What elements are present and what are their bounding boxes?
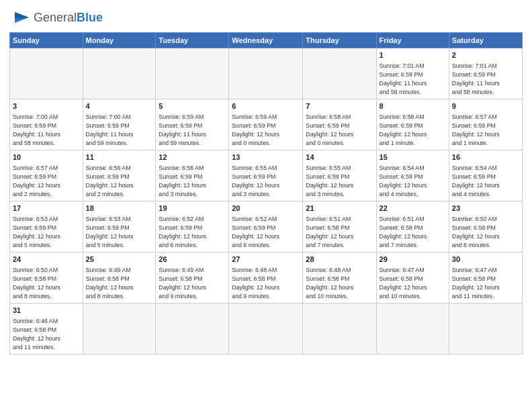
day-number: 1 — [380, 50, 446, 60]
calendar-cell: 12Sunrise: 6:56 AMSunset: 6:59 PMDayligh… — [156, 150, 229, 201]
day-number: 27 — [232, 255, 300, 265]
calendar-cell: 8Sunrise: 6:58 AMSunset: 6:59 PMDaylight… — [376, 99, 449, 150]
calendar-cell — [303, 48, 376, 99]
calendar-cell: 13Sunrise: 6:55 AMSunset: 6:59 PMDayligh… — [229, 150, 303, 201]
day-number: 13 — [232, 152, 300, 163]
calendar-week-1: 3Sunrise: 7:00 AMSunset: 6:59 PMDaylight… — [10, 99, 523, 150]
day-info: Sunrise: 6:52 AMSunset: 6:59 PMDaylight:… — [232, 215, 300, 249]
day-number: 11 — [86, 152, 153, 163]
calendar-cell — [10, 48, 83, 99]
day-number: 29 — [380, 255, 446, 265]
day-info: Sunrise: 6:51 AMSunset: 6:58 PMDaylight:… — [380, 215, 446, 249]
calendar-cell: 3Sunrise: 7:00 AMSunset: 6:59 PMDaylight… — [10, 99, 83, 150]
calendar-header-saturday: Saturday — [449, 33, 522, 48]
day-number: 9 — [452, 101, 519, 111]
calendar-cell: 17Sunrise: 6:53 AMSunset: 6:59 PMDayligh… — [10, 201, 83, 253]
day-number: 28 — [306, 255, 373, 265]
calendar-cell: 5Sunrise: 6:59 AMSunset: 6:59 PMDaylight… — [156, 99, 229, 150]
calendar-week-3: 17Sunrise: 6:53 AMSunset: 6:59 PMDayligh… — [10, 201, 523, 253]
day-info: Sunrise: 6:55 AMSunset: 6:59 PMDaylight:… — [232, 164, 300, 198]
day-info: Sunrise: 6:48 AMSunset: 6:58 PMDaylight:… — [306, 266, 373, 300]
day-info: Sunrise: 6:53 AMSunset: 6:59 PMDaylight:… — [86, 215, 153, 249]
day-info: Sunrise: 6:59 AMSunset: 6:59 PMDaylight:… — [159, 113, 226, 147]
day-info: Sunrise: 6:50 AMSunset: 6:58 PMDaylight:… — [13, 266, 80, 300]
day-number: 4 — [86, 101, 153, 111]
day-info: Sunrise: 6:47 AMSunset: 6:58 PMDaylight:… — [380, 266, 446, 300]
calendar-cell — [156, 48, 229, 99]
day-number: 25 — [86, 255, 153, 265]
day-number: 7 — [306, 101, 373, 111]
calendar-cell — [83, 48, 156, 99]
calendar-week-0: 1Sunrise: 7:01 AMSunset: 6:59 PMDaylight… — [10, 48, 523, 99]
day-info: Sunrise: 6:51 AMSunset: 6:58 PMDaylight:… — [306, 215, 373, 249]
calendar-cell: 18Sunrise: 6:53 AMSunset: 6:59 PMDayligh… — [83, 201, 156, 253]
day-number: 14 — [306, 152, 373, 163]
calendar-cell: 23Sunrise: 6:50 AMSunset: 6:58 PMDayligh… — [449, 201, 522, 253]
calendar-week-2: 10Sunrise: 6:57 AMSunset: 6:59 PMDayligh… — [10, 150, 523, 201]
day-info: Sunrise: 6:52 AMSunset: 6:59 PMDaylight:… — [159, 215, 226, 249]
logo-icon — [9, 7, 31, 28]
day-info: Sunrise: 6:57 AMSunset: 6:59 PMDaylight:… — [13, 164, 80, 198]
calendar-header-wednesday: Wednesday — [229, 33, 303, 48]
day-info: Sunrise: 6:58 AMSunset: 6:59 PMDaylight:… — [306, 113, 373, 147]
day-number: 6 — [232, 101, 300, 111]
calendar-cell: 24Sunrise: 6:50 AMSunset: 6:58 PMDayligh… — [10, 253, 83, 304]
calendar-header-friday: Friday — [376, 33, 449, 48]
calendar-cell: 29Sunrise: 6:47 AMSunset: 6:58 PMDayligh… — [376, 253, 449, 304]
calendar-header-row: SundayMondayTuesdayWednesdayThursdayFrid… — [10, 33, 523, 48]
calendar-cell — [156, 304, 229, 355]
calendar-cell — [376, 304, 449, 355]
calendar-cell: 25Sunrise: 6:49 AMSunset: 6:58 PMDayligh… — [83, 253, 156, 304]
day-info: Sunrise: 6:59 AMSunset: 6:59 PMDaylight:… — [232, 113, 300, 147]
calendar-cell: 28Sunrise: 6:48 AMSunset: 6:58 PMDayligh… — [303, 253, 376, 304]
day-info: Sunrise: 6:49 AMSunset: 6:58 PMDaylight:… — [159, 266, 226, 300]
calendar-table: SundayMondayTuesdayWednesdayThursdayFrid… — [9, 32, 523, 355]
calendar-cell: 20Sunrise: 6:52 AMSunset: 6:59 PMDayligh… — [229, 201, 303, 253]
day-info: Sunrise: 6:57 AMSunset: 6:59 PMDaylight:… — [452, 113, 519, 147]
day-number: 19 — [159, 203, 226, 214]
logo: GeneralBlue — [9, 7, 103, 28]
calendar-cell: 2Sunrise: 7:01 AMSunset: 6:59 PMDaylight… — [449, 48, 522, 99]
calendar-week-4: 24Sunrise: 6:50 AMSunset: 6:58 PMDayligh… — [10, 253, 523, 304]
calendar-cell — [449, 304, 522, 355]
day-info: Sunrise: 6:50 AMSunset: 6:58 PMDaylight:… — [452, 215, 519, 249]
day-number: 21 — [306, 203, 373, 214]
calendar-cell: 26Sunrise: 6:49 AMSunset: 6:58 PMDayligh… — [156, 253, 229, 304]
day-info: Sunrise: 6:54 AMSunset: 6:59 PMDaylight:… — [380, 164, 446, 198]
day-info: Sunrise: 6:46 AMSunset: 6:58 PMDaylight:… — [13, 317, 80, 351]
day-number: 24 — [13, 255, 80, 265]
day-number: 30 — [452, 255, 519, 265]
day-info: Sunrise: 6:58 AMSunset: 6:59 PMDaylight:… — [380, 113, 446, 147]
calendar-week-5: 31Sunrise: 6:46 AMSunset: 6:58 PMDayligh… — [10, 304, 523, 355]
calendar-cell: 11Sunrise: 6:56 AMSunset: 6:59 PMDayligh… — [83, 150, 156, 201]
calendar-cell: 7Sunrise: 6:58 AMSunset: 6:59 PMDaylight… — [303, 99, 376, 150]
calendar-cell: 19Sunrise: 6:52 AMSunset: 6:59 PMDayligh… — [156, 201, 229, 253]
day-number: 12 — [159, 152, 226, 163]
calendar-cell: 31Sunrise: 6:46 AMSunset: 6:58 PMDayligh… — [10, 304, 83, 355]
calendar-cell: 15Sunrise: 6:54 AMSunset: 6:59 PMDayligh… — [376, 150, 449, 201]
calendar-cell — [229, 48, 303, 99]
day-info: Sunrise: 6:54 AMSunset: 6:59 PMDaylight:… — [452, 164, 519, 198]
day-info: Sunrise: 6:48 AMSunset: 6:58 PMDaylight:… — [232, 266, 300, 300]
day-number: 2 — [452, 50, 519, 60]
day-number: 23 — [452, 203, 519, 214]
calendar-header-tuesday: Tuesday — [156, 33, 229, 48]
calendar-cell — [83, 304, 156, 355]
calendar-page: GeneralBlue SundayMondayTuesdayWednesday… — [0, 0, 532, 411]
calendar-cell: 1Sunrise: 7:01 AMSunset: 6:59 PMDaylight… — [376, 48, 449, 99]
calendar-cell: 27Sunrise: 6:48 AMSunset: 6:58 PMDayligh… — [229, 253, 303, 304]
calendar-cell: 22Sunrise: 6:51 AMSunset: 6:58 PMDayligh… — [376, 201, 449, 253]
day-number: 8 — [380, 101, 446, 111]
logo-text: GeneralBlue — [34, 11, 103, 25]
day-number: 17 — [13, 203, 80, 214]
calendar-cell: 30Sunrise: 6:47 AMSunset: 6:58 PMDayligh… — [449, 253, 522, 304]
day-number: 18 — [86, 203, 153, 214]
day-number: 5 — [159, 101, 226, 111]
day-number: 10 — [13, 152, 80, 163]
calendar-header-thursday: Thursday — [303, 33, 376, 48]
calendar-cell: 9Sunrise: 6:57 AMSunset: 6:59 PMDaylight… — [449, 99, 522, 150]
day-info: Sunrise: 6:49 AMSunset: 6:58 PMDaylight:… — [86, 266, 153, 300]
calendar-cell — [229, 304, 303, 355]
day-info: Sunrise: 7:00 AMSunset: 6:59 PMDaylight:… — [13, 113, 80, 147]
day-number: 15 — [380, 152, 446, 163]
